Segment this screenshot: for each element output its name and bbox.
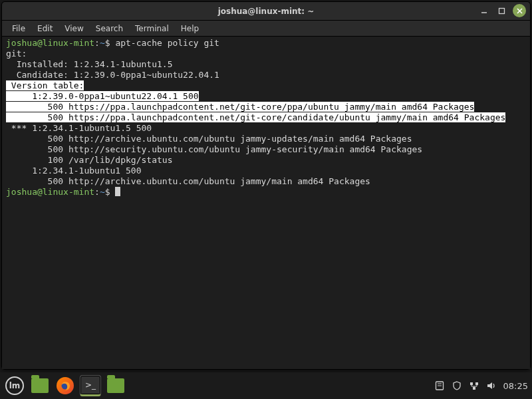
mint-logo-icon: lm (5, 376, 24, 395)
prompt2-sep: : (94, 187, 100, 197)
menu-terminal[interactable]: Terminal (129, 22, 175, 35)
taskbar-left: lm >_ (4, 375, 126, 396)
out-v1: 1:2.39.0-0ppa1~ubuntu22.04.1 500 (6, 91, 199, 101)
shield-icon[interactable] (452, 380, 462, 391)
terminal-icon: >_ (80, 375, 101, 396)
prompt-path: ~ (100, 38, 105, 48)
menu-file[interactable]: File (6, 22, 31, 35)
prompt-sep: : (94, 38, 100, 48)
out-v2c: 100 /var/lib/dpkg/status (6, 155, 172, 165)
start-menu-button[interactable]: lm (4, 375, 25, 396)
files-launcher[interactable] (105, 375, 126, 396)
out-v3: 1:2.34.1-1ubuntu1 500 (6, 166, 142, 176)
network-icon[interactable] (469, 380, 479, 391)
terminal-cursor (115, 187, 120, 196)
prompt2-user: joshua@linux-mint (6, 187, 94, 197)
files-icon (107, 378, 124, 393)
updates-icon[interactable] (434, 380, 445, 391)
out-v2: *** 1:2.34.1-1ubuntu1.5 500 (6, 123, 152, 133)
prompt2-dollar: $ (105, 187, 110, 197)
svg-rect-10 (473, 387, 475, 390)
menubar: File Edit View Search Terminal Help (2, 21, 530, 37)
out-installed: Installed: 1:2.34.1-1ubuntu1.5 (6, 59, 172, 69)
svg-rect-1 (499, 8, 504, 13)
taskbar: lm >_ 08:25 (0, 372, 532, 399)
out-v1a: 500 https://ppa.launchpadcontent.net/git… (6, 102, 474, 112)
titlebar[interactable]: joshua@linux-mint: ~ (2, 2, 530, 21)
maximize-button[interactable] (495, 5, 507, 17)
close-button[interactable] (513, 4, 526, 17)
window-controls (478, 4, 526, 17)
show-desktop-button[interactable] (29, 375, 51, 396)
out-candidate: Candidate: 1:2.39.0-0ppa1~ubuntu22.04.1 (6, 70, 219, 80)
out-v2a: 500 http://archive.ubuntu.com/ubuntu jam… (6, 134, 412, 144)
prompt-dollar: $ (105, 38, 110, 48)
out-version-table: Version table: (6, 80, 84, 90)
volume-icon[interactable] (486, 380, 497, 391)
menu-edit[interactable]: Edit (31, 22, 59, 35)
window-title: joshua@linux-mint: ~ (218, 7, 315, 16)
out-pkg: git: (6, 49, 27, 59)
terminal-taskbar-button[interactable]: >_ (80, 375, 101, 396)
out-v3a: 500 http://archive.ubuntu.com/ubuntu jam… (6, 176, 370, 186)
firefox-launcher[interactable] (55, 375, 76, 396)
menu-view[interactable]: View (59, 22, 89, 35)
out-v1b: 500 https://ppa.launchpadcontent.net/git… (6, 112, 505, 122)
taskbar-right: 08:25 (434, 380, 528, 391)
terminal-text-area[interactable]: joshua@linux-mint:~$ apt-cache policy gi… (2, 37, 530, 369)
terminal-window: joshua@linux-mint: ~ File Edit View Sear… (1, 1, 531, 370)
prompt-user: joshua@linux-mint (6, 38, 94, 48)
firefox-icon (57, 377, 74, 394)
prompt2-path: ~ (100, 187, 105, 197)
svg-rect-8 (470, 382, 473, 385)
svg-rect-9 (475, 382, 478, 385)
folder-icon (31, 378, 49, 393)
minimize-button[interactable] (478, 5, 490, 17)
command-1-text: apt-cache policy git (115, 38, 219, 48)
clock[interactable]: 08:25 (503, 381, 528, 391)
menu-help[interactable]: Help (175, 22, 205, 35)
out-v2b: 500 http://security.ubuntu.com/ubuntu ja… (6, 144, 422, 154)
menu-search[interactable]: Search (90, 22, 129, 35)
